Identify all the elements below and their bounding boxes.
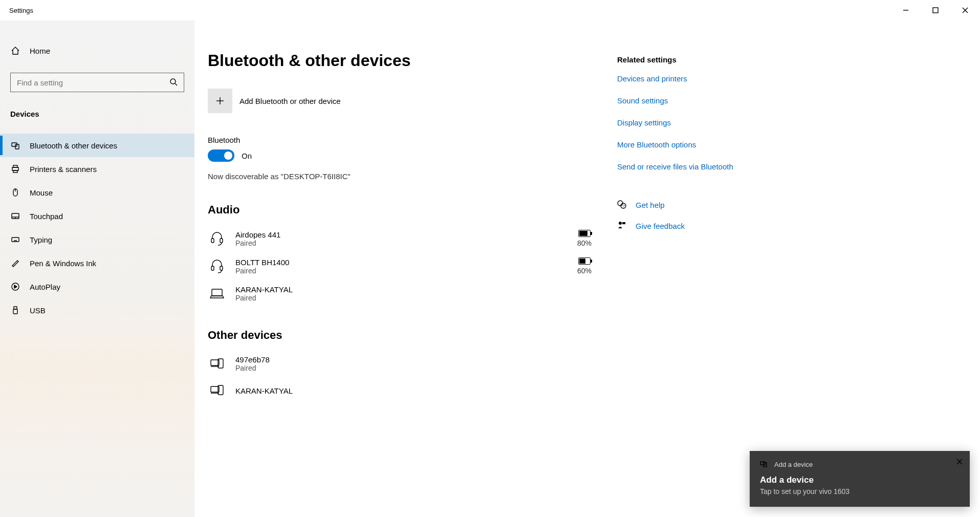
svg-rect-9: [13, 165, 17, 167]
page-title: Bluetooth & other devices: [208, 51, 612, 70]
device-status: Paired: [235, 294, 293, 302]
nav-printers[interactable]: Printers & scanners: [0, 157, 194, 181]
help-label: Get help: [636, 201, 665, 209]
nav-label: Touchpad: [30, 212, 63, 221]
keyboard-icon: [10, 235, 20, 244]
nav-label: Mouse: [30, 188, 53, 197]
related-link[interactable]: Send or receive files via Bluetooth: [617, 162, 733, 171]
touchpad-icon: [10, 211, 20, 221]
search-wrap: [0, 73, 194, 92]
feedback-icon: [617, 221, 626, 231]
svg-rect-44: [760, 462, 765, 465]
sidebar-section: Devices: [0, 103, 194, 124]
sidebar: Home Devices Bluetooth & other devices P…: [0, 20, 194, 517]
battery-percent: 60%: [577, 267, 592, 275]
nav-touchpad[interactable]: Touchpad: [0, 204, 194, 228]
svg-rect-28: [211, 266, 214, 270]
bluetooth-label: Bluetooth: [208, 136, 612, 144]
svg-point-4: [170, 79, 176, 84]
device-type-icon: [208, 356, 226, 372]
nav-label: Printers & scanners: [30, 165, 97, 174]
device-name: 497e6b78: [235, 355, 270, 364]
svg-rect-22: [14, 307, 17, 309]
add-device-button[interactable]: Add Bluetooth or other device: [208, 89, 612, 113]
nav-label: USB: [30, 306, 46, 315]
pen-icon: [10, 258, 20, 268]
device-icon: [760, 460, 767, 469]
related-links: Devices and printersSound settingsDispla…: [617, 74, 733, 171]
svg-rect-26: [211, 239, 214, 243]
toast-header: Add a device: [760, 460, 960, 469]
nav-label: AutoPlay: [30, 283, 60, 291]
autoplay-icon: [10, 282, 20, 291]
audio-heading: Audio: [208, 203, 612, 217]
search-input[interactable]: [17, 78, 169, 87]
maximize-button[interactable]: [921, 0, 950, 20]
add-device-label: Add Bluetooth or other device: [239, 97, 341, 105]
svg-rect-10: [13, 170, 17, 173]
device-name: KARAN-KATYAL: [235, 285, 293, 294]
svg-rect-8: [12, 167, 18, 170]
bluetooth-toggle-row: On: [208, 149, 612, 162]
nav-typing[interactable]: Typing: [0, 228, 194, 251]
home-label: Home: [30, 47, 50, 55]
nav-label: Pen & Windows Ink: [30, 259, 96, 268]
svg-point-40: [619, 222, 622, 225]
plus-icon: [208, 89, 232, 113]
device-item[interactable]: KARAN-KATYAL Paired: [208, 280, 612, 307]
toast-subtitle: Tap to set up your vivo 1603: [760, 487, 960, 496]
toast-notification[interactable]: Add a device Add a device Tap to set up …: [750, 451, 970, 507]
device-type-icon: [208, 286, 226, 302]
title-bar: Settings: [0, 0, 980, 20]
nav-usb[interactable]: USB: [0, 298, 194, 322]
toggle-state: On: [242, 152, 252, 160]
device-item[interactable]: Airdopes 441 Paired 80%: [208, 225, 612, 252]
home-icon: [10, 46, 20, 55]
give-feedback-link[interactable]: Give feedback: [617, 221, 733, 231]
svg-text:?: ?: [623, 204, 625, 208]
toast-app: Add a device: [774, 461, 813, 468]
other-device-list: 497e6b78 Paired KARAN-KATYAL: [208, 350, 612, 404]
search-icon: [169, 78, 178, 88]
minimize-button[interactable]: [891, 0, 921, 20]
mouse-icon: [10, 188, 20, 197]
battery-indicator: 60%: [577, 257, 612, 275]
related-link[interactable]: Devices and printers: [617, 74, 733, 83]
nav-label: Typing: [30, 235, 52, 244]
feedback-label: Give feedback: [636, 222, 685, 230]
related-link[interactable]: More Bluetooth options: [617, 140, 733, 149]
audio-device-list: Airdopes 441 Paired 80% BOLTT BH1400 Pai…: [208, 225, 612, 307]
device-name: BOLTT BH1400: [235, 258, 289, 267]
sidebar-nav: Bluetooth & other devices Printers & sca…: [0, 134, 194, 322]
nav-label: Bluetooth & other devices: [30, 141, 117, 150]
device-item[interactable]: 497e6b78 Paired: [208, 350, 612, 377]
nav-mouse[interactable]: Mouse: [0, 181, 194, 204]
device-name: Airdopes 441: [235, 230, 280, 239]
device-item[interactable]: KARAN-KATYAL: [208, 377, 612, 404]
bluetooth-devices-icon: [10, 141, 20, 150]
nav-pen[interactable]: Pen & Windows Ink: [0, 251, 194, 275]
search-box[interactable]: [10, 73, 184, 92]
svg-rect-23: [13, 309, 17, 314]
related-heading: Related settings: [617, 55, 733, 64]
other-heading: Other devices: [208, 329, 612, 342]
nav-autoplay[interactable]: AutoPlay: [0, 275, 194, 298]
device-name: KARAN-KATYAL: [235, 386, 293, 395]
nav-bluetooth[interactable]: Bluetooth & other devices: [0, 134, 194, 157]
get-help-link[interactable]: ? Get help: [617, 200, 733, 210]
help-icon: ?: [617, 200, 626, 210]
device-type-icon: [208, 258, 226, 274]
svg-rect-30: [212, 289, 222, 296]
related-link[interactable]: Display settings: [617, 118, 733, 127]
svg-rect-27: [220, 239, 223, 243]
toast-close-button[interactable]: [956, 458, 963, 466]
svg-rect-29: [220, 266, 223, 270]
related-link[interactable]: Sound settings: [617, 96, 733, 105]
bluetooth-toggle[interactable]: [208, 149, 234, 162]
device-item[interactable]: BOLTT BH1400 Paired 60%: [208, 252, 612, 280]
sidebar-home[interactable]: Home: [0, 40, 194, 61]
svg-line-5: [175, 83, 177, 85]
device-status: Paired: [235, 267, 289, 275]
svg-rect-16: [12, 238, 19, 242]
close-button[interactable]: [950, 0, 980, 20]
